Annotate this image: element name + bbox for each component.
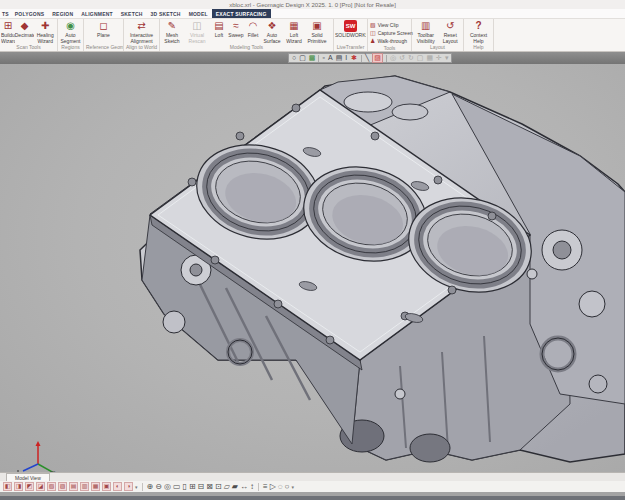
- toolbar-visibility-icon: ▥: [421, 20, 430, 32]
- group-align-to-world: ⇄ Interactive Alignment Align to World: [124, 19, 160, 51]
- tab-exact-surfacing[interactable]: EXACT SURFACING: [212, 9, 271, 18]
- mode-dropdown-icon[interactable]: ▾: [135, 484, 138, 490]
- tab-polygons[interactable]: POLYGONS: [11, 9, 48, 18]
- wireframe-mode-icon[interactable]: ◧: [3, 482, 12, 491]
- engine-block-model[interactable]: [100, 64, 625, 472]
- scale-label: 70mm: [50, 470, 64, 472]
- toolbar-visibility-button[interactable]: ▥ Toolbar Visibility: [413, 20, 438, 44]
- pan-icon[interactable]: ▯: [182, 482, 186, 491]
- rotate-vertical-icon[interactable]: ↕: [250, 482, 254, 491]
- select-all-icon[interactable]: A: [328, 54, 333, 62]
- group-label-help: Help: [464, 44, 493, 51]
- tab-3d-sketch[interactable]: 3D SKETCH: [147, 9, 185, 18]
- region-paint-icon[interactable]: ▨: [372, 53, 383, 63]
- reset-layout-button[interactable]: ↺ Reset Layout: [438, 20, 462, 44]
- group-label-regions: Regions: [58, 44, 83, 51]
- region-mode-icon[interactable]: ▤: [69, 482, 78, 491]
- tab-alignment[interactable]: ALIGNMENT: [77, 9, 117, 18]
- view-back-icon[interactable]: ⊟: [198, 482, 205, 491]
- group-label-scan-tools: Scan Tools: [0, 44, 57, 51]
- zoom-fit-icon[interactable]: ◎: [164, 482, 171, 491]
- texture-mode-icon[interactable]: ▣: [102, 482, 111, 491]
- loft-wizard-button[interactable]: ▦ Loft Wizard: [283, 20, 305, 44]
- silhouette-mode-icon[interactable]: ◑: [124, 482, 133, 491]
- ribbon-tab-bar: TS POLYGONS REGION ALIGNMENT SKETCH 3D S…: [0, 9, 625, 19]
- view-bottom-icon[interactable]: ▰: [232, 482, 238, 491]
- circle-select-icon[interactable]: ○: [292, 54, 296, 62]
- walk-through-button[interactable]: ♟ Walk-through: [370, 37, 409, 45]
- rectangle-select-icon[interactable]: ▢: [299, 54, 306, 62]
- loft-wizard-icon: ▦: [289, 20, 298, 32]
- view-clip-button[interactable]: ▧ View Clip: [370, 21, 409, 29]
- group-regions: ◉ Auto Segment Regions: [58, 19, 84, 51]
- more-dropdown-icon[interactable]: ▾: [291, 484, 294, 490]
- mesh-sketch-button[interactable]: ✎ Mesh Sketch: [161, 20, 183, 44]
- grid-view-icon: ▦: [426, 54, 433, 62]
- capture-screen-button[interactable]: ◫ Capture Screen: [370, 29, 409, 37]
- solid-primitive-button[interactable]: ▣ Solid Primitive: [305, 20, 329, 44]
- solidworks-icon: SW: [344, 20, 357, 32]
- auto-surface-icon: ❖: [268, 20, 277, 32]
- solidworks-button[interactable]: SW SOLIDWORKS: [335, 20, 366, 38]
- section-mode-icon[interactable]: ◐: [113, 482, 122, 491]
- 3d-viewport[interactable]: 70mm: [0, 64, 625, 472]
- group-label-modeling-tools: Modeling Tools: [160, 44, 333, 51]
- group-label-reference-geometry: Reference Geometry: [84, 44, 123, 51]
- zoom-in-icon[interactable]: ⊕: [147, 482, 154, 491]
- walk-through-icon: ♟: [370, 38, 375, 45]
- loft-icon: ▤: [214, 20, 223, 32]
- group-livetransfer: SW SOLIDWORKS LiveTransfer: [334, 19, 368, 51]
- healing-wizard-button[interactable]: ✚ Healing Wizard: [34, 20, 56, 44]
- play-animation-icon[interactable]: ▷: [270, 482, 276, 491]
- decimate-button[interactable]: ◆ Decimate: [15, 20, 35, 38]
- group-help: ? Context Help Help: [464, 19, 494, 51]
- selection-filter-icon[interactable]: ✱: [350, 54, 358, 62]
- point-cloud-mode-icon[interactable]: ▧: [47, 482, 56, 491]
- circle-view-icon[interactable]: ○: [285, 482, 290, 491]
- interactive-alignment-button[interactable]: ⇄ Interactive Alignment: [125, 20, 158, 44]
- view-right-icon[interactable]: ⊡: [215, 482, 222, 491]
- tab-region[interactable]: REGION: [48, 9, 77, 18]
- redo-view-icon: ↻: [408, 54, 414, 62]
- auto-segment-button[interactable]: ◉ Auto Segment: [59, 20, 82, 44]
- fillet-button[interactable]: ◠ Fillet: [245, 20, 261, 38]
- view-left-icon[interactable]: ⊠: [206, 482, 213, 491]
- view-tab-bar: Model View: [0, 472, 625, 481]
- context-help-button[interactable]: ? Context Help: [466, 20, 492, 44]
- paint-select-icon[interactable]: ▩: [309, 54, 316, 62]
- plane-select-icon[interactable]: ▤: [336, 54, 343, 62]
- tab-sketch[interactable]: SKETCH: [117, 9, 147, 18]
- line-tool-icon[interactable]: ╲: [365, 54, 369, 62]
- coordinate-triad: [14, 440, 66, 472]
- group-reference-geometry: ◻ Plane Reference Geometry: [84, 19, 124, 51]
- view-top-icon[interactable]: ▱: [224, 482, 230, 491]
- sweep-button[interactable]: ≈ Sweep: [227, 20, 245, 38]
- model-view-tab[interactable]: Model View: [6, 473, 50, 481]
- ribbon: ⊞ Buildup Wizard ◆ Decimate ✚ Healing Wi…: [0, 19, 625, 52]
- plane-button[interactable]: ◻ Plane: [89, 20, 119, 38]
- display-options-icon[interactable]: ≡: [263, 482, 268, 491]
- loft-button[interactable]: ▤ Loft: [211, 20, 227, 38]
- plane-icon: ◻: [99, 20, 107, 32]
- more-options-icon: ▾: [445, 54, 449, 62]
- zoom-out-icon[interactable]: ⊖: [155, 482, 162, 491]
- mesh-mode-icon[interactable]: ▨: [58, 482, 67, 491]
- free-select-icon[interactable]: ▫: [322, 54, 324, 62]
- view-front-icon[interactable]: ⊞: [189, 482, 196, 491]
- buildup-wizard-button[interactable]: ⊞ Buildup Wizard: [1, 20, 15, 44]
- tab-points-clipped[interactable]: TS: [0, 9, 11, 18]
- tab-model[interactable]: MODEL: [185, 9, 212, 18]
- group-label-layout: Layout: [412, 44, 463, 51]
- toolbar-divider: [361, 55, 362, 62]
- rotate-horizontal-icon[interactable]: ↔: [240, 482, 248, 491]
- curvature-mode-icon[interactable]: ▥: [80, 482, 89, 491]
- hidden-line-mode-icon[interactable]: ◨: [14, 482, 23, 491]
- deviation-mode-icon[interactable]: ▦: [91, 482, 100, 491]
- interactive-alignment-icon: ⇄: [137, 20, 145, 32]
- reference-view-icon[interactable]: ◌: [278, 482, 283, 491]
- shaded-edges-mode-icon[interactable]: ◪: [36, 482, 45, 491]
- shaded-mode-icon[interactable]: ◩: [25, 482, 34, 491]
- zoom-window-icon[interactable]: ▭: [173, 482, 181, 491]
- auto-surface-button[interactable]: ❖ Auto Surface: [261, 20, 283, 44]
- ibeam-select-icon[interactable]: I: [345, 54, 347, 62]
